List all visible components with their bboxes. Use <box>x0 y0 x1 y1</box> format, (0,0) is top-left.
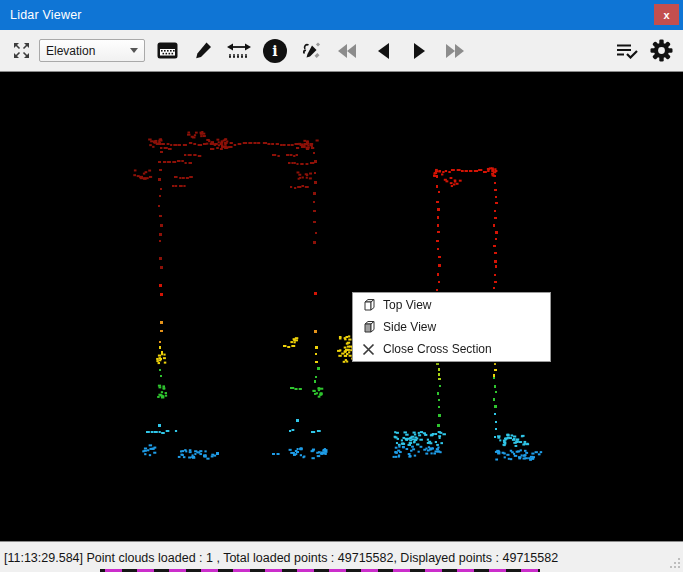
menu-item-label: Close Cross Section <box>383 342 492 356</box>
settings-button[interactable] <box>647 37 675 65</box>
step-back-button[interactable] <box>369 37 397 65</box>
toolbar-right-group <box>613 37 675 65</box>
rewind-icon <box>337 44 357 58</box>
cube-side-view-icon <box>361 320 376 335</box>
step-forward-icon <box>413 43 426 59</box>
step-forward-button[interactable] <box>405 37 433 65</box>
menu-item-top-view[interactable]: Top View <box>353 294 550 316</box>
window-title: Lidar Viewer <box>10 8 82 22</box>
toolbar: Elevation <box>0 30 683 71</box>
edit-pencil-icon <box>193 41 213 61</box>
auto-annotate-icon <box>301 41 321 61</box>
cube-top-view-icon <box>361 298 376 313</box>
settings-gear-icon <box>650 39 673 62</box>
lidar-viewer-window: Lidar Viewer x Elevation <box>0 0 683 572</box>
menu-item-side-view[interactable]: Side View <box>353 316 550 338</box>
colormap-keyboard-button[interactable] <box>153 37 181 65</box>
display-list-button[interactable] <box>613 37 641 65</box>
colormap-keyboard-icon <box>157 42 178 59</box>
step-back-icon <box>377 43 390 59</box>
close-x-icon <box>361 342 376 357</box>
measure-distance-icon <box>227 42 251 60</box>
fullscreen-expand-icon <box>13 42 30 59</box>
info-icon: i <box>263 39 287 63</box>
menu-item-close-cross-section[interactable]: Close Cross Section <box>353 338 550 360</box>
close-button[interactable]: x <box>654 4 679 25</box>
status-message: [11:13:29.584] Point clouds loaded : 1 ,… <box>4 551 558 565</box>
fullscreen-expand-button[interactable] <box>12 42 30 60</box>
info-button[interactable]: i <box>261 37 289 65</box>
display-list-check-icon <box>616 43 638 59</box>
context-menu: Top View Side View Close Cross Section <box>352 292 551 362</box>
chevron-down-icon <box>130 48 138 53</box>
rewind-button[interactable] <box>333 37 361 65</box>
measure-distance-button[interactable] <box>225 37 253 65</box>
fast-forward-icon <box>445 44 465 58</box>
menu-item-label: Top View <box>383 298 431 312</box>
resize-grip[interactable] <box>668 556 680 568</box>
colormap-select[interactable]: Elevation <box>39 39 145 62</box>
auto-annotate-button[interactable] <box>297 37 325 65</box>
fast-forward-button[interactable] <box>441 37 469 65</box>
menu-item-label: Side View <box>383 320 436 334</box>
colormap-select-value: Elevation <box>46 44 130 58</box>
edit-pencil-button[interactable] <box>189 37 217 65</box>
title-bar[interactable]: Lidar Viewer x <box>0 0 683 30</box>
point-cloud-canvas[interactable] <box>0 72 683 541</box>
close-icon: x <box>663 9 669 21</box>
viewport[interactable] <box>0 71 683 542</box>
status-bar: [11:13:29.584] Point clouds loaded : 1 ,… <box>0 542 683 572</box>
